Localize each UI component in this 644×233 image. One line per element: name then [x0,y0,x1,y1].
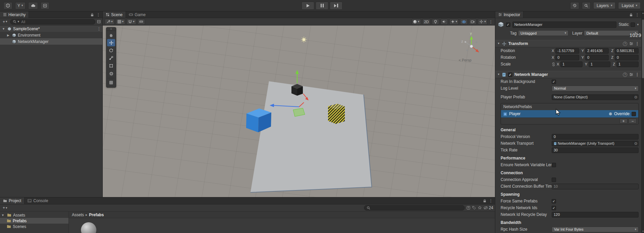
tab-scene[interactable]: Scene [103,11,126,18]
scene-picker-icon[interactable] [97,20,101,24]
rotate-tool-button[interactable] [107,47,115,54]
scroll-up-icon[interactable]: ▴ [642,12,644,14]
cloud-services-button[interactable] [28,2,38,9]
hierarchy-search[interactable]: ▾ [10,19,95,25]
tick-rate-input[interactable] [552,147,639,153]
project-content-area[interactable] [69,218,495,233]
field-label[interactable]: Position [501,48,552,53]
undo-history-button[interactable] [570,2,579,9]
static-checkbox[interactable] [631,22,635,27]
transform-tool-button[interactable] [107,70,115,77]
hierarchy-search-input[interactable] [20,19,93,24]
lock-icon[interactable] [483,199,487,203]
search-filter-icon[interactable]: ▾ [18,20,19,23]
hierarchy-item-environment[interactable]: ▶ Environment [0,32,102,38]
remove-object-icon[interactable]: ⊗ [609,111,612,116]
step-button[interactable] [330,2,342,10]
scene-canvas[interactable]: y z < Persp ≡ [103,26,495,197]
account-button[interactable]: Y ▾ [15,2,26,9]
tag-dropdown[interactable]: Untagged ▾ [518,30,568,36]
pause-button[interactable] [316,2,328,10]
project-folder-scenes[interactable]: Scenes [0,224,68,229]
object-picker-icon[interactable]: ⊙ [633,95,638,100]
lighting-toggle-button[interactable] [432,19,439,25]
constrain-proportions-icon[interactable] [552,62,555,66]
player-prefab-field[interactable]: None (Game Object) ⊙ [552,94,639,100]
2d-toggle-button[interactable]: 2D [422,19,430,25]
selected-cube[interactable] [291,84,303,96]
foldout-open-icon[interactable]: ▼ [497,42,500,45]
scale-y-input[interactable] [589,61,610,67]
layers-dropdown[interactable]: Layers ▾ [593,2,616,9]
effects-dropdown[interactable]: ▾ [449,19,459,25]
help-icon[interactable]: ? [623,73,627,77]
ensure-length-checkbox[interactable] [552,163,556,167]
tab-project[interactable]: Project [0,197,25,204]
object-name-input[interactable] [512,21,617,28]
tab-console[interactable]: Console [25,197,51,204]
hidden-packages-count[interactable]: 24 [484,205,493,210]
recycle-network-ids-checkbox[interactable]: ✓ [552,206,556,210]
override-checkbox[interactable] [632,112,636,116]
scale-x-input[interactable] [560,61,582,67]
view-tool-button[interactable] [107,31,115,39]
axis-y-label[interactable]: y [470,32,472,35]
breadcrumb-root[interactable]: Assets [72,213,84,217]
create-object-button[interactable]: +▾ [2,19,8,24]
tab-game[interactable]: Game [126,11,149,18]
axis-z-label[interactable]: z [461,40,463,43]
foldout-open-icon[interactable]: ▼ [1,27,6,31]
presets-icon[interactable] [629,42,633,46]
project-search-input[interactable] [372,205,462,210]
snap-settings-dropdown[interactable]: ▾ [127,19,136,25]
grid-visual-dropdown[interactable]: ▾ [116,19,126,25]
snap-increment-toggle[interactable] [138,19,145,25]
recycle-delay-input[interactable] [552,212,639,218]
camera-overlay-button[interactable] [469,19,476,25]
panel-menu-icon[interactable]: ⋮ [635,12,639,17]
inspector-scrollbar[interactable]: ▴ ▾ [641,11,644,233]
custom-tool-button[interactable] [107,79,115,86]
network-transport-field[interactable]: NetworkManager (Unity Transport) ⊙ [552,141,639,146]
static-flags-dropdown-icon[interactable]: ▾ [637,23,639,26]
network-prefab-item[interactable]: ▣ Player ⊗ Override [501,110,638,118]
search-by-label-icon[interactable] [472,206,476,210]
position-y-input[interactable] [585,48,609,54]
move-tool-button[interactable] [107,39,115,46]
component-menu-icon[interactable]: ⋮ [635,41,639,46]
position-z-input[interactable] [615,48,639,54]
overlay-handle-icon[interactable]: ≡ [106,28,116,31]
tab-inspector[interactable]: Inspector [495,11,523,18]
rotation-x-input[interactable] [555,55,579,60]
hierarchy-item-networkmanager[interactable]: NetworkManager [0,38,102,45]
position-x-input[interactable] [555,48,579,54]
project-folder-prefabs[interactable]: Prefabs [0,218,68,224]
lock-icon[interactable] [90,13,94,17]
panel-menu-icon[interactable]: ⋮ [96,12,100,17]
field-label[interactable]: Rotation [501,55,552,60]
remove-prefab-button[interactable]: − [629,119,637,124]
panel-menu-icon[interactable]: ⋮ [489,198,493,203]
scale-tool-button[interactable] [107,54,115,62]
network-manager-header[interactable]: ▼ ✓ Network Manager ? ⋮ [495,71,641,78]
transform-header[interactable]: ▼ Transform ? ⋮ [495,40,641,47]
foldout-open-icon[interactable]: ▼ [1,214,5,217]
shading-mode-dropdown[interactable]: ▾ [412,19,421,25]
scene-menu-icon[interactable]: ⋮ [97,27,101,31]
component-menu-icon[interactable]: ⋮ [635,72,639,77]
breadcrumb-current[interactable]: Prefabs [89,213,104,217]
rect-tool-button[interactable] [107,62,115,69]
gameobject-cube-icon[interactable] [498,20,504,29]
field-label[interactable]: Scale [501,62,552,66]
play-button[interactable] [302,2,314,10]
log-level-dropdown[interactable]: Normal ▾ [552,86,639,91]
audio-toggle-button[interactable] [441,19,448,25]
rotation-z-input[interactable] [615,55,639,60]
active-checkbox[interactable]: ✓ [506,22,510,27]
network-prefabs-title[interactable]: NetworkPrefabs [501,103,638,110]
scene-menu-icon[interactable]: ⋮ [489,19,493,24]
connection-approval-checkbox[interactable] [552,178,556,182]
run-in-background-checkbox[interactable]: ✓ [552,80,556,84]
ground-plane[interactable] [250,81,372,192]
version-control-button[interactable] [41,2,49,9]
